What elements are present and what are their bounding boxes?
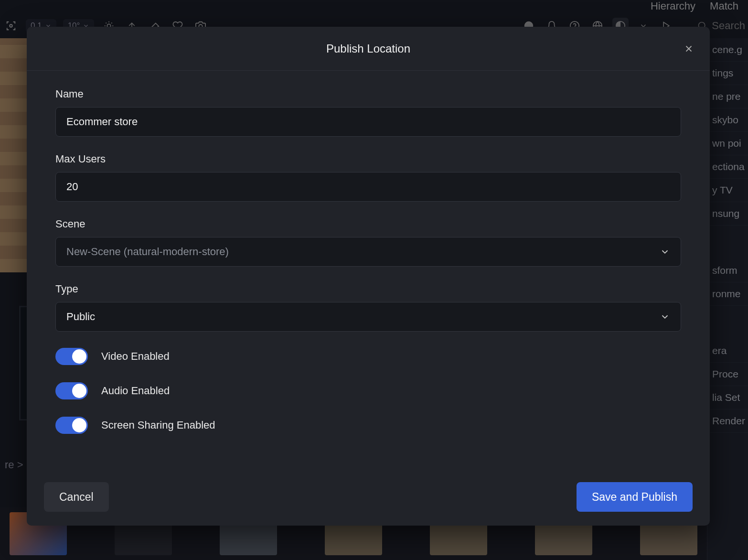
chevron-down-icon [660, 247, 670, 257]
max-users-label: Max Users [55, 153, 681, 165]
field-name: Name [55, 88, 681, 137]
close-icon [684, 43, 694, 54]
type-value: Public [66, 311, 95, 323]
field-max-users: Max Users [55, 153, 681, 202]
modal-header: Publish Location [27, 27, 710, 71]
chevron-down-icon [660, 312, 670, 322]
name-input[interactable] [55, 107, 681, 137]
scene-value: New-Scene (natural-modern-store) [66, 246, 229, 258]
name-label: Name [55, 88, 681, 100]
field-scene: Scene New-Scene (natural-modern-store) [55, 218, 681, 267]
modal-title: Publish Location [326, 42, 410, 55]
video-toggle-label: Video Enabled [101, 350, 170, 363]
close-button[interactable] [680, 40, 697, 57]
audio-toggle-label: Audio Enabled [101, 385, 170, 397]
modal-body: Name Max Users Scene New-Scene (natural-… [27, 71, 710, 468]
toggle-screen-row: Screen Sharing Enabled [55, 417, 681, 434]
modal-footer: Cancel Save and Publish [27, 468, 710, 526]
publish-location-modal: Publish Location Name Max Users Scene Ne… [27, 27, 710, 526]
audio-toggle[interactable] [55, 382, 88, 399]
toggle-audio-row: Audio Enabled [55, 382, 681, 399]
type-label: Type [55, 283, 681, 295]
toggle-video-row: Video Enabled [55, 348, 681, 365]
save-publish-button[interactable]: Save and Publish [577, 482, 693, 512]
video-toggle[interactable] [55, 348, 88, 365]
type-select[interactable]: Public [55, 302, 681, 332]
cancel-button[interactable]: Cancel [44, 482, 109, 512]
field-type: Type Public [55, 283, 681, 332]
max-users-input[interactable] [55, 172, 681, 202]
screen-sharing-toggle[interactable] [55, 417, 88, 434]
scene-label: Scene [55, 218, 681, 230]
screen-sharing-toggle-label: Screen Sharing Enabled [101, 419, 215, 431]
scene-select[interactable]: New-Scene (natural-modern-store) [55, 237, 681, 267]
